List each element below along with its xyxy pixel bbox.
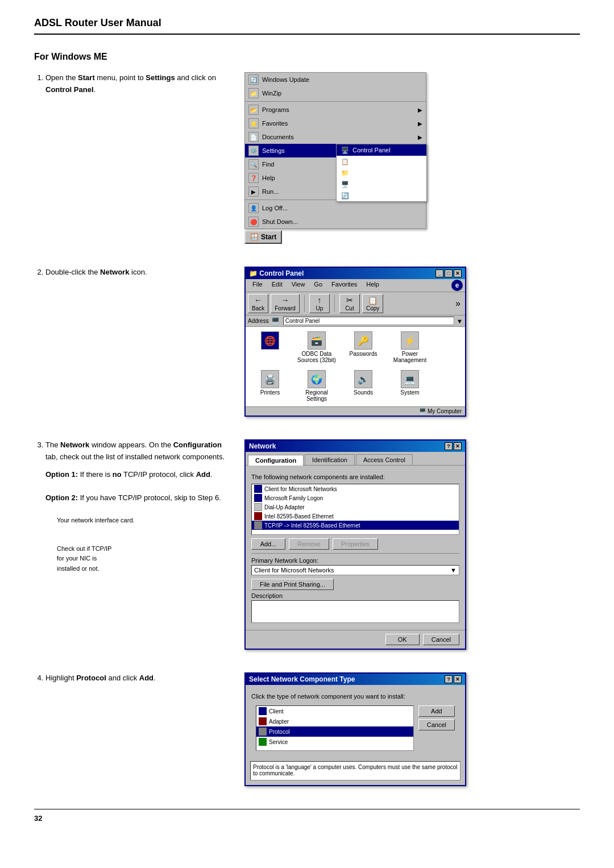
submenu-desktop[interactable]: 🖥️ Active Desktop ▶	[337, 178, 426, 190]
menu-file[interactable]: File	[248, 280, 267, 291]
toolbar-extra: »	[455, 298, 463, 309]
components-listbox[interactable]: Client for Microsoft Networks Microsoft …	[251, 484, 459, 535]
component-intel[interactable]: Intel 82595-Based Ethernet	[252, 512, 459, 521]
startmenu-item-documents[interactable]: 📄 Documents ▶	[245, 130, 426, 144]
component-tcpip-label: TCP/IP -> Intel 82595-Based Ethernet	[264, 522, 360, 529]
step-4-text: Highlight Protocol and click Add.	[34, 672, 227, 689]
file-sharing-button[interactable]: File and Print Sharing...	[251, 579, 334, 590]
cp-icon-network[interactable]: 🌐 Network	[250, 331, 290, 363]
select-help-btn[interactable]: ?	[445, 675, 453, 683]
submenu-folder[interactable]: 📁 Folder Options...	[337, 167, 426, 178]
address-dropdown-icon[interactable]: ▼	[457, 318, 463, 325]
component-family-logon[interactable]: Microsoft Family Logon	[252, 493, 459, 502]
service-type-icon	[259, 738, 267, 746]
toolbar-copy[interactable]: 📋 Copy	[362, 294, 383, 313]
submenu-label-folder: Folder Options...	[352, 169, 399, 176]
favorites-icon: ⭐	[248, 118, 259, 128]
toolbar-forward[interactable]: → Forward	[271, 294, 300, 313]
close-button[interactable]: ✕	[454, 269, 462, 277]
menu-edit[interactable]: Edit	[267, 280, 287, 291]
tab-identification[interactable]: Identification	[305, 454, 355, 465]
cp-icon-sounds[interactable]: 🔊 Sounds	[343, 370, 383, 402]
tab-configuration[interactable]: Configuration	[248, 455, 304, 466]
startmenu-item-logoff[interactable]: 👤 Log Off...	[245, 201, 426, 215]
network-help-btn[interactable]: ?	[445, 442, 453, 450]
component-ms-networks[interactable]: Client for Microsoft Networks	[252, 484, 459, 493]
description-box	[251, 600, 459, 623]
passwords-icon: 🔑	[354, 331, 372, 350]
toolbar-cut[interactable]: ✂ Cut	[339, 294, 360, 313]
settings-submenu: 🖥️ Control Panel 📋 Taskbar & Start Menu.…	[336, 144, 427, 202]
tab-access-control[interactable]: Access Control	[356, 454, 413, 465]
submenu-label-taskbar: Taskbar & Start Menu...	[352, 158, 418, 165]
desktop-icon: 🖥️	[341, 181, 349, 188]
component-type-listbox[interactable]: Client Adapter Protocol	[256, 705, 414, 751]
step-3-text: The Network window appears. On the Confi…	[34, 439, 227, 578]
menu-favorites[interactable]: Favorites	[327, 280, 362, 291]
control-panel-window: 📁 Control Panel _ □ ✕ File Edit View Go …	[244, 267, 466, 417]
menu-go[interactable]: Go	[309, 280, 327, 291]
address-value: Control Panel	[285, 318, 320, 324]
cp-icon-passwords[interactable]: 🔑 Passwords	[343, 331, 383, 363]
network-close-btn[interactable]: ✕	[454, 442, 462, 450]
regional-icon: 🌍	[308, 370, 326, 388]
component-tcpip[interactable]: TCP/IP -> Intel 82595-Based Ethernet	[252, 521, 459, 530]
primary-select[interactable]: Client for Microsoft Networks ▼	[251, 565, 459, 575]
cp-icon-power[interactable]: ⚡ Power Management	[390, 331, 430, 363]
properties-button[interactable]: Properties	[333, 538, 378, 550]
cp-icon-regional[interactable]: 🌍 Regional Settings	[297, 370, 337, 402]
toolbar-up[interactable]: ↑ Up	[309, 294, 330, 313]
select-component-btns-col: Add Cancel	[418, 705, 455, 751]
type-client-label: Client	[269, 708, 284, 715]
step-1-block: Open the Start menu, point to Settings a…	[34, 72, 580, 244]
programs-icon: 📂	[248, 105, 259, 115]
type-adapter[interactable]: Adapter	[256, 716, 413, 726]
type-service[interactable]: Service	[256, 737, 413, 747]
annotation-2: Check out if TCP/IPfor your NIC isinstal…	[57, 544, 227, 574]
logoff-icon: 👤	[248, 203, 259, 213]
page-header: ADSL Router User Manual	[34, 17, 580, 35]
power-icon: ⚡	[401, 331, 419, 350]
option2-text: Option 2: If you have TCP/IP protocol, s…	[45, 492, 227, 504]
control-panel-content: 🌐 Network 🗃️ ODBC Data Sources (32bit) 🔑…	[246, 327, 465, 406]
cp-icon-system[interactable]: 💻 System	[390, 370, 430, 402]
startmenu-item-windowsupdate: 🔄 Windows Update	[245, 73, 426, 86]
printers-icon: 🖨️	[261, 370, 279, 388]
type-client[interactable]: Client	[256, 706, 413, 716]
cp-icon-printers[interactable]: 🖨️ Printers	[250, 370, 290, 402]
select-cancel-button[interactable]: Cancel	[418, 719, 455, 730]
remove-button[interactable]: Remove	[289, 538, 329, 550]
type-protocol[interactable]: Protocol	[256, 726, 413, 737]
component-dialup[interactable]: Dial-Up Adapter	[252, 502, 459, 512]
family-logon-icon	[254, 494, 262, 502]
address-label: Address	[248, 318, 269, 324]
add-button[interactable]: Add...	[251, 538, 285, 550]
cp-icon-odbc[interactable]: 🗃️ ODBC Data Sources (32bit)	[297, 331, 337, 363]
taskbar-icon: 📋	[341, 158, 349, 165]
start-button[interactable]: 🪟 Start	[244, 230, 282, 244]
cancel-button[interactable]: Cancel	[423, 634, 459, 645]
menu-view[interactable]: View	[287, 280, 310, 291]
startmenu-item-favorites[interactable]: ⭐ Favorites ▶	[245, 117, 426, 130]
installed-label: The following network components are ins…	[251, 474, 459, 480]
toolbar-back[interactable]: ← Back	[248, 294, 268, 313]
component-dialup-label: Dial-Up Adapter	[264, 504, 305, 510]
maximize-button[interactable]: □	[445, 269, 453, 277]
address-input[interactable]: Control Panel	[283, 317, 454, 325]
select-close-btn[interactable]: ✕	[454, 675, 462, 683]
startmenu-item-programs[interactable]: 📂 Programs ▶	[245, 103, 426, 117]
sounds-label: Sounds	[354, 389, 373, 396]
menu-help[interactable]: Help	[362, 280, 384, 291]
settings-icon: ⚙️	[248, 146, 259, 156]
network-icon: 🌐	[261, 331, 279, 350]
submenu-taskbar[interactable]: 📋 Taskbar & Start Menu...	[337, 156, 426, 167]
submenu-winupdate[interactable]: 🔄 Windows Update...	[337, 190, 426, 201]
select-add-button[interactable]: Add	[418, 705, 455, 717]
startmenu-item-settings[interactable]: ⚙️ Settings ▶ 🖥️ Control Panel 📋 Taskba	[245, 144, 426, 157]
submenu-controlpanel[interactable]: 🖥️ Control Panel	[337, 144, 426, 156]
select-description: Protocol is a 'language' a computer uses…	[250, 761, 460, 780]
cut-label: Cut	[345, 305, 354, 312]
ok-button[interactable]: OK	[385, 634, 420, 645]
minimize-button[interactable]: _	[435, 269, 443, 277]
startmenu-item-shutdown[interactable]: 🔴 Shut Down...	[245, 215, 426, 229]
